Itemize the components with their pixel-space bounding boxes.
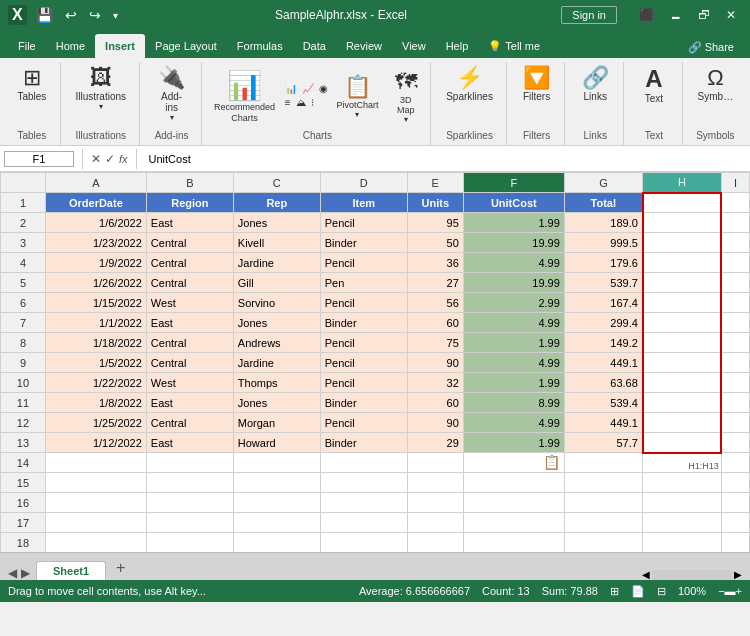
cell-f10[interactable]: 1.99 (463, 373, 564, 393)
cell-d6[interactable]: Pencil (320, 293, 407, 313)
cell-h9[interactable] (643, 353, 722, 373)
cell-b1[interactable]: Region (146, 193, 233, 213)
col-header-i[interactable]: I (721, 173, 749, 193)
cell-g7[interactable]: 299.4 (564, 313, 643, 333)
cell-c10[interactable]: Thomps (233, 373, 320, 393)
cell-d2[interactable]: Pencil (320, 213, 407, 233)
cell-g10[interactable]: 63.68 (564, 373, 643, 393)
cell-c5[interactable]: Gill (233, 273, 320, 293)
cell-a17[interactable] (45, 513, 146, 533)
cell-h7[interactable] (643, 313, 722, 333)
cell-g5[interactable]: 539.7 (564, 273, 643, 293)
formula-input[interactable] (145, 152, 746, 166)
cell-c17[interactable] (233, 513, 320, 533)
cell-f7[interactable]: 4.99 (463, 313, 564, 333)
cell-b2[interactable]: East (146, 213, 233, 233)
add-sheet-button[interactable]: + (108, 556, 133, 580)
scroll-left-button[interactable]: ◀ (642, 569, 650, 580)
cell-e9[interactable]: 90 (407, 353, 463, 373)
col-header-c[interactable]: C (233, 173, 320, 193)
cell-c16[interactable] (233, 493, 320, 513)
addins-button[interactable]: 🔌 Add-ins ▾ (150, 64, 194, 125)
3d-map-button[interactable]: 🗺 3D Map ▾ (385, 66, 426, 127)
cell-d9[interactable]: Pencil (320, 353, 407, 373)
cell-d11[interactable]: Binder (320, 393, 407, 413)
cell-h13[interactable] (643, 433, 722, 453)
tab-file[interactable]: File (8, 34, 46, 58)
cell-g2[interactable]: 189.0 (564, 213, 643, 233)
cell-a5[interactable]: 1/26/2022 (45, 273, 146, 293)
pie-chart-button[interactable]: ◉ (317, 82, 330, 95)
cell-a11[interactable]: 1/8/2022 (45, 393, 146, 413)
cell-c9[interactable]: Jardine (233, 353, 320, 373)
row-header-16[interactable]: 16 (1, 493, 46, 513)
row-header-9[interactable]: 9 (1, 353, 46, 373)
bar-chart-button[interactable]: ≡ (283, 96, 293, 109)
cell-b11[interactable]: East (146, 393, 233, 413)
signin-button[interactable]: Sign in (561, 6, 617, 24)
cell-g17[interactable] (564, 513, 643, 533)
cell-i13[interactable] (721, 433, 749, 453)
cell-f5[interactable]: 19.99 (463, 273, 564, 293)
cell-h8[interactable] (643, 333, 722, 353)
col-header-g[interactable]: G (564, 173, 643, 193)
cell-e13[interactable]: 29 (407, 433, 463, 453)
cell-e11[interactable]: 60 (407, 393, 463, 413)
cell-b17[interactable] (146, 513, 233, 533)
row-header-8[interactable]: 8 (1, 333, 46, 353)
cell-d3[interactable]: Binder (320, 233, 407, 253)
close-button[interactable]: ✕ (720, 6, 742, 24)
scroll-sheets-right-button[interactable]: ▶ (21, 566, 30, 580)
cell-d12[interactable]: Pencil (320, 413, 407, 433)
row-header-12[interactable]: 12 (1, 413, 46, 433)
cell-c3[interactable]: Kivell (233, 233, 320, 253)
filters-button[interactable]: 🔽 Filters (517, 64, 557, 105)
row-header-7[interactable]: 7 (1, 313, 46, 333)
cell-b8[interactable]: Central (146, 333, 233, 353)
row-header-18[interactable]: 18 (1, 533, 46, 553)
cell-g14[interactable] (564, 453, 643, 473)
ribbon-display-button[interactable]: ⬛ (633, 6, 660, 24)
zoom-slider[interactable]: −▬+ (718, 585, 742, 598)
cell-c15[interactable] (233, 473, 320, 493)
cell-b6[interactable]: West (146, 293, 233, 313)
cell-d1[interactable]: Item (320, 193, 407, 213)
cell-i18[interactable] (721, 533, 749, 553)
scroll-sheets-left-button[interactable]: ◀ (8, 566, 17, 580)
cell-b18[interactable] (146, 533, 233, 553)
cell-h11[interactable] (643, 393, 722, 413)
cell-f11[interactable]: 8.99 (463, 393, 564, 413)
cell-g8[interactable]: 149.2 (564, 333, 643, 353)
row-header-3[interactable]: 3 (1, 233, 46, 253)
cell-b14[interactable] (146, 453, 233, 473)
row-header-6[interactable]: 6 (1, 293, 46, 313)
cell-i11[interactable] (721, 393, 749, 413)
view-page-layout-icon[interactable]: 📄 (631, 585, 645, 598)
row-header-1[interactable]: 1 (1, 193, 46, 213)
pivotchart-button[interactable]: 📋 PivotChart ▾ (332, 71, 384, 122)
cell-f6[interactable]: 2.99 (463, 293, 564, 313)
tab-help[interactable]: Help (436, 34, 479, 58)
redo-button[interactable]: ↪ (86, 6, 104, 24)
row-header-5[interactable]: 5 (1, 273, 46, 293)
cell-b7[interactable]: East (146, 313, 233, 333)
cell-a6[interactable]: 1/15/2022 (45, 293, 146, 313)
cell-f16[interactable] (463, 493, 564, 513)
cell-h15[interactable] (643, 473, 722, 493)
cell-e14[interactable] (407, 453, 463, 473)
cell-a14[interactable] (45, 453, 146, 473)
cell-f17[interactable] (463, 513, 564, 533)
cell-i7[interactable] (721, 313, 749, 333)
tab-review[interactable]: Review (336, 34, 392, 58)
restore-button[interactable]: 🗗 (692, 6, 716, 24)
cell-h14[interactable]: H1:H13 (643, 453, 722, 473)
line-chart-button[interactable]: 📈 (300, 82, 316, 95)
cell-g12[interactable]: 449.1 (564, 413, 643, 433)
col-header-a[interactable]: A (45, 173, 146, 193)
cell-b9[interactable]: Central (146, 353, 233, 373)
cell-f9[interactable]: 4.99 (463, 353, 564, 373)
cell-d7[interactable]: Binder (320, 313, 407, 333)
cell-g16[interactable] (564, 493, 643, 513)
cell-g3[interactable]: 999.5 (564, 233, 643, 253)
cell-d5[interactable]: Pen (320, 273, 407, 293)
